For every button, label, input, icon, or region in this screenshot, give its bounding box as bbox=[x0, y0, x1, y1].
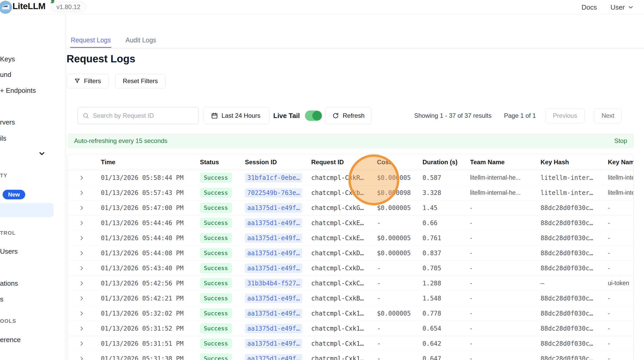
user-menu[interactable]: User bbox=[610, 3, 634, 11]
sidebar-item-logs-selected[interactable] bbox=[0, 203, 54, 217]
refresh-label: Refresh bbox=[343, 112, 365, 119]
col-duration: Duration (s) bbox=[422, 159, 470, 166]
reset-filters-button[interactable]: Reset Filters bbox=[115, 74, 165, 88]
cell-session-id: 31b3b4b4-f527… bbox=[245, 279, 311, 288]
session-id-link[interactable]: aa1375d1-e49f… bbox=[245, 309, 302, 318]
cell-session-id: aa1375d1-e49f… bbox=[245, 233, 311, 243]
expand-row-chevron-icon[interactable] bbox=[67, 175, 101, 181]
expand-row-chevron-icon[interactable] bbox=[67, 220, 101, 226]
cell-request-id: chatcmpl-CxkE… bbox=[311, 219, 377, 227]
expand-row-chevron-icon[interactable] bbox=[67, 326, 101, 331]
live-tail-toggle[interactable] bbox=[305, 110, 322, 121]
table-row[interactable]: 01/13/2026 05:31:52 PM Success aa1375d1-… bbox=[67, 321, 633, 336]
cell-session-id: aa1375d1-e49f… bbox=[245, 309, 311, 318]
cell-team-name: - bbox=[470, 250, 541, 257]
cell-key-hash: 88dc28d0f030c… bbox=[541, 310, 608, 317]
session-id-link[interactable]: 31b3b4b4-f527… bbox=[245, 279, 302, 288]
table-row[interactable]: 01/13/2026 05:44:46 PM Success aa1375d1-… bbox=[67, 215, 633, 231]
session-id-link[interactable]: aa1375d1-e49f… bbox=[245, 203, 302, 213]
table-row[interactable]: 01/13/2026 05:57:43 PM Success 7022549b-… bbox=[67, 185, 633, 200]
expand-row-chevron-icon[interactable] bbox=[67, 190, 101, 196]
cell-session-id: aa1375d1-e49f… bbox=[245, 294, 311, 303]
cell-status: Success bbox=[200, 263, 245, 273]
cell-key-hash: – bbox=[541, 280, 608, 287]
session-id-link[interactable]: 31bfa1cf-0ebe… bbox=[245, 173, 302, 182]
search-input[interactable] bbox=[93, 112, 194, 119]
table-row[interactable]: 01/13/2026 05:32:02 PM Success aa1375d1-… bbox=[67, 306, 633, 321]
filters-button[interactable]: Filters bbox=[67, 74, 108, 88]
results-count: Showing 1 - 37 of 37 results bbox=[414, 112, 492, 119]
sidebar-item-keys[interactable]: Keys bbox=[0, 55, 15, 63]
cell-key-hash: 88dc28d0f030c… bbox=[541, 295, 608, 302]
status-badge: Success bbox=[200, 338, 232, 349]
cell-cost: - bbox=[377, 265, 422, 272]
table-row[interactable]: 01/13/2026 05:31:51 PM Success aa1375d1-… bbox=[67, 336, 633, 351]
docs-link[interactable]: Docs bbox=[582, 3, 597, 11]
cell-session-id: aa1375d1-e49f… bbox=[245, 354, 311, 360]
col-session-id: Session ID bbox=[245, 159, 311, 166]
sidebar-collapse-chevron-icon[interactable] bbox=[38, 150, 46, 158]
table-row[interactable]: 01/13/2026 05:31:38 PM Success aa1375d1-… bbox=[67, 351, 633, 360]
status-badge: Success bbox=[200, 203, 232, 213]
sidebar-item-playground[interactable]: und bbox=[0, 71, 11, 79]
cell-duration: 0.66 bbox=[422, 219, 470, 227]
cell-status: Success bbox=[200, 248, 245, 258]
time-range-button[interactable]: Last 24 Hours bbox=[204, 107, 269, 124]
cell-request-id: chatcmpl-Cxk1… bbox=[311, 340, 377, 347]
table-row[interactable]: 01/13/2026 05:44:40 PM Success aa1375d1-… bbox=[67, 231, 633, 246]
search-icon bbox=[82, 112, 89, 119]
cell-cost: $0.000005 bbox=[377, 250, 422, 257]
refresh-button[interactable]: Refresh bbox=[325, 107, 372, 124]
expand-row-chevron-icon[interactable] bbox=[67, 296, 101, 301]
sidebar-item-teams[interactable]: s bbox=[0, 295, 3, 303]
expand-row-chevron-icon[interactable] bbox=[67, 235, 101, 241]
search-box[interactable] bbox=[77, 107, 199, 124]
table-row[interactable]: 01/13/2026 05:44:08 PM Success aa1375d1-… bbox=[67, 246, 633, 261]
tab-request-logs[interactable]: Request Logs bbox=[70, 33, 111, 48]
expand-row-chevron-icon[interactable] bbox=[67, 265, 101, 271]
table-row[interactable]: 01/13/2026 05:58:44 PM Success 31bfa1cf-… bbox=[67, 170, 633, 185]
stop-auto-refresh-link[interactable]: Stop bbox=[614, 137, 627, 145]
tab-audit-logs[interactable]: Audit Logs bbox=[125, 33, 157, 47]
cell-cost: $0.000098 bbox=[377, 189, 422, 197]
sidebar-item-internal-users[interactable]: Users bbox=[0, 247, 18, 256]
expand-row-chevron-icon[interactable] bbox=[67, 250, 101, 256]
session-id-link[interactable]: aa1375d1-e49f… bbox=[245, 294, 302, 303]
expand-row-chevron-icon[interactable] bbox=[67, 205, 101, 211]
expand-row-chevron-icon[interactable] bbox=[67, 356, 101, 360]
session-id-link[interactable]: aa1375d1-e49f… bbox=[245, 218, 302, 228]
session-id-link[interactable]: 7022549b-763e… bbox=[245, 188, 302, 198]
status-badge: Success bbox=[200, 293, 232, 303]
table-row[interactable]: 01/13/2026 05:42:56 PM Success 31b3b4b4-… bbox=[67, 276, 633, 291]
next-page-button[interactable]: Next bbox=[594, 108, 622, 123]
session-id-link[interactable]: aa1375d1-e49f… bbox=[245, 324, 302, 333]
previous-page-button[interactable]: Previous bbox=[545, 108, 584, 123]
sidebar-item-guardrails[interactable]: ils bbox=[0, 134, 6, 142]
col-key-hash: Key Hash bbox=[541, 159, 608, 166]
cell-time: 01/13/2026 05:32:02 PM bbox=[101, 310, 200, 317]
cell-team-name: - bbox=[470, 204, 541, 211]
cell-request-id: chatcmpl-CxkR… bbox=[311, 174, 377, 181]
session-id-link[interactable]: aa1375d1-e49f… bbox=[245, 248, 302, 258]
expand-row-chevron-icon[interactable] bbox=[67, 280, 101, 286]
table-row[interactable]: 01/13/2026 05:47:00 PM Success aa1375d1-… bbox=[67, 200, 633, 215]
sidebar-item-models-endpoints[interactable]: + Endpoints bbox=[0, 87, 36, 95]
table-row[interactable]: 01/13/2026 05:43:40 PM Success aa1375d1-… bbox=[67, 261, 633, 276]
session-id-link[interactable]: aa1375d1-e49f… bbox=[245, 264, 302, 273]
cell-duration: 0.761 bbox=[422, 234, 470, 242]
refresh-icon bbox=[332, 112, 339, 119]
sidebar-item-organizations[interactable]: ations bbox=[0, 279, 18, 287]
top-bar: LiteLLM v1.80.12 Docs User bbox=[0, 0, 644, 15]
session-id-link[interactable]: aa1375d1-e49f… bbox=[245, 339, 302, 348]
cell-key-name: - bbox=[608, 234, 634, 241]
expand-row-chevron-icon[interactable] bbox=[67, 311, 101, 316]
table-row[interactable]: 01/13/2026 05:42:21 PM Success aa1375d1-… bbox=[67, 291, 633, 306]
sidebar-item-servers[interactable]: rvers bbox=[0, 118, 15, 126]
cell-time: 01/13/2026 05:44:40 PM bbox=[101, 234, 200, 242]
cell-time: 01/13/2026 05:58:44 PM bbox=[101, 174, 200, 181]
sidebar-item-api-reference[interactable]: erence bbox=[0, 336, 21, 344]
expand-row-chevron-icon[interactable] bbox=[67, 341, 101, 346]
session-id-link[interactable]: aa1375d1-e49f… bbox=[245, 354, 302, 360]
session-id-link[interactable]: aa1375d1-e49f… bbox=[245, 233, 302, 243]
cell-cost: - bbox=[377, 219, 422, 227]
